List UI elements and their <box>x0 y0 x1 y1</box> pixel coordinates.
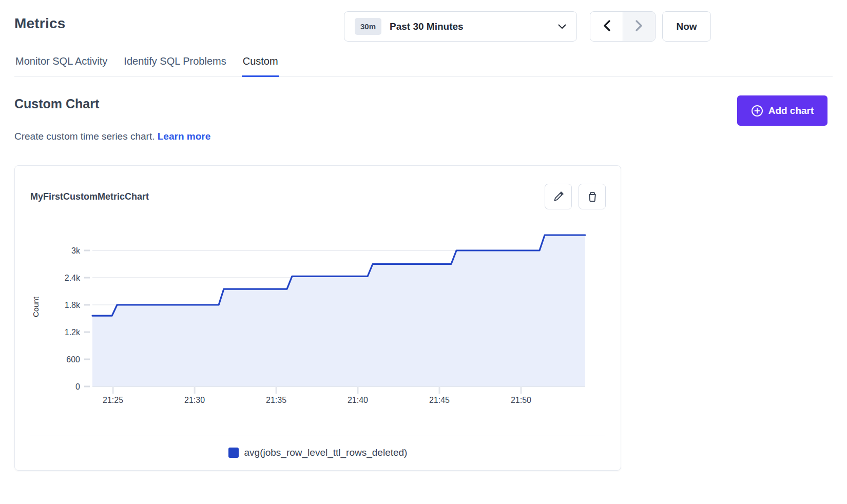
time-range-label: Past 30 Minutes <box>390 21 464 32</box>
time-range-badge: 30m <box>355 18 381 35</box>
legend-swatch <box>228 448 239 458</box>
svg-text:0: 0 <box>75 382 80 391</box>
page-title: Metrics <box>14 15 65 32</box>
custom-chart-svg: 06001.2k1.8k2.4k3k21:2521:3021:3521:4021… <box>15 212 605 417</box>
chevron-down-icon <box>558 22 566 31</box>
svg-text:21:50: 21:50 <box>511 396 531 404</box>
svg-text:21:30: 21:30 <box>184 396 205 404</box>
custom-chart-card: MyFirstCustomMetricChart 06001.2k1.8k2.4… <box>14 165 621 471</box>
svg-text:1.8k: 1.8k <box>65 301 81 309</box>
section-description-text: Create custom time series chart. <box>14 131 155 142</box>
time-pager <box>590 11 656 42</box>
plus-circle-icon <box>751 105 763 117</box>
chevron-left-icon <box>603 20 610 33</box>
time-range-selector[interactable]: 30m Past 30 Minutes <box>344 11 577 42</box>
learn-more-link[interactable]: Learn more <box>158 131 210 142</box>
svg-text:21:35: 21:35 <box>266 396 286 404</box>
pencil-icon <box>552 190 565 203</box>
card-divider <box>30 436 605 436</box>
previous-interval-button[interactable] <box>590 12 623 41</box>
now-button[interactable]: Now <box>662 11 711 42</box>
chart-legend[interactable]: avg(jobs_row_level_ttl_rows_deleted) <box>15 447 621 458</box>
svg-text:21:45: 21:45 <box>429 396 450 404</box>
add-chart-button[interactable]: Add chart <box>737 95 827 126</box>
trash-icon <box>586 190 599 203</box>
tab-monitor-sql-activity[interactable]: Monitor SQL Activity <box>14 51 108 76</box>
chevron-right-icon <box>636 20 643 33</box>
svg-text:3k: 3k <box>71 246 81 255</box>
tab-custom[interactable]: Custom <box>242 51 279 77</box>
chart-plot-area[interactable]: 06001.2k1.8k2.4k3k21:2521:3021:3521:4021… <box>15 212 605 417</box>
svg-text:2.4k: 2.4k <box>65 274 81 282</box>
edit-chart-button[interactable] <box>545 184 572 209</box>
legend-label: avg(jobs_row_level_ttl_rows_deleted) <box>244 447 408 458</box>
add-chart-label: Add chart <box>768 105 814 117</box>
svg-text:Count: Count <box>31 296 40 317</box>
svg-text:21:25: 21:25 <box>103 396 123 404</box>
next-interval-button[interactable] <box>623 12 655 41</box>
section-title: Custom Chart <box>14 96 99 111</box>
delete-chart-button[interactable] <box>579 184 606 209</box>
metrics-tab-bar: Monitor SQL Activity Identify SQL Proble… <box>14 51 833 76</box>
svg-text:600: 600 <box>66 355 80 364</box>
chart-title: MyFirstCustomMetricChart <box>30 191 149 202</box>
svg-text:21:40: 21:40 <box>348 396 368 404</box>
svg-text:1.2k: 1.2k <box>65 328 81 337</box>
section-description: Create custom time series chart. Learn m… <box>14 131 210 142</box>
tab-identify-sql-problems[interactable]: Identify SQL Problems <box>123 51 227 76</box>
